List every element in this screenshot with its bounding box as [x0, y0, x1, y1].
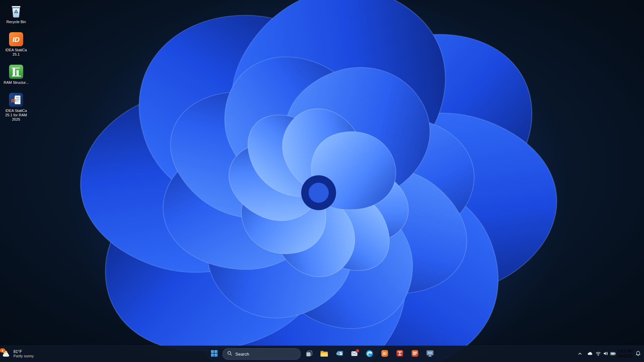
desktop-icon-label: IDEA StatiCa 25.1 — [3, 48, 29, 57]
taskbar-center: Search — [208, 347, 437, 361]
recycle-bin-icon — [8, 3, 24, 19]
onedrive-button[interactable] — [585, 348, 595, 360]
clock-button[interactable]: 3:43 PM 2/9/2026 — [617, 348, 633, 360]
search-placeholder: Search — [235, 352, 249, 357]
taskbar-search[interactable]: Search — [223, 348, 301, 360]
weather-badge: 4 — [0, 348, 5, 353]
battery-icon — [610, 351, 616, 358]
file-explorer-button[interactable] — [318, 347, 331, 361]
ram-elements-button[interactable] — [408, 347, 422, 361]
notification-bell-button[interactable] — [633, 348, 643, 360]
bell-icon — [635, 351, 641, 357]
weather-text: 81°F Partly sunny — [13, 350, 34, 358]
tray-date: 2/9/2026 — [617, 354, 633, 359]
desktop-icon-idea-statica[interactable]: ID IDEA StatiCa 25.1 — [3, 31, 30, 57]
desktop-icon-recycle-bin[interactable]: Recycle Bin — [6, 3, 26, 25]
outlook-icon — [335, 349, 343, 359]
start-button[interactable] — [208, 347, 221, 361]
idea-statica-ram-icon: ID — [8, 92, 24, 108]
svg-text:ID: ID — [13, 36, 20, 43]
tray-time: 3:43 PM — [618, 349, 633, 354]
windows-logo-icon — [210, 349, 218, 359]
ram-elements-icon — [411, 349, 419, 359]
desktop: Recycle Bin ID IDEA StatiCa 25.1 — [0, 0, 644, 362]
svg-text:ID: ID — [383, 352, 386, 356]
speaker-icon — [603, 351, 608, 357]
ram-structural-system-icon — [395, 349, 404, 359]
task-view-icon — [305, 350, 313, 359]
ram-structural-button[interactable] — [393, 347, 407, 361]
quick-settings-button[interactable] — [595, 348, 616, 360]
partly-sunny-icon: 4 — [1, 349, 11, 359]
task-view-button[interactable] — [303, 347, 316, 361]
taskbar: 4 81°F Partly sunny — [0, 346, 644, 362]
desktop-icon-label: RAM Structur... — [4, 80, 29, 85]
desktop-icon-label: IDEA StatiCa 25.1 for RAM 2025 — [3, 109, 29, 122]
monitor-app-icon — [426, 349, 434, 359]
edge-icon — [365, 349, 374, 359]
weather-temp: 81°F — [13, 350, 22, 354]
wallpaper-bloom — [0, 0, 644, 362]
svg-text:ID: ID — [11, 98, 16, 103]
weather-condition: Partly sunny — [13, 354, 34, 358]
idea-statica-icon: ID — [380, 349, 389, 359]
chevron-up-icon — [577, 351, 583, 357]
outlook-button[interactable] — [333, 347, 346, 361]
edge-button[interactable] — [363, 347, 376, 361]
desktop-icon-idea-statica-ram[interactable]: ID IDEA StatiCa 25.1 for RAM 2025 — [3, 92, 30, 122]
wifi-icon — [595, 351, 601, 357]
idea-statica-button[interactable]: ID — [378, 347, 391, 361]
system-tray: 3:43 PM 2/9/2026 — [575, 347, 643, 361]
mail-button[interactable] — [348, 347, 361, 361]
desktop-icon-ram-structural[interactable]: RAM Structur... — [3, 63, 30, 85]
ram-manager-button[interactable] — [423, 347, 437, 361]
tray-chevron-button[interactable] — [575, 348, 585, 360]
search-icon — [227, 351, 232, 357]
ram-structural-icon — [8, 64, 24, 79]
folder-icon — [320, 349, 329, 359]
desktop-icon-label: Recycle Bin — [6, 20, 26, 24]
weather-widget[interactable]: 4 81°F Partly sunny — [1, 347, 34, 361]
desktop-icon-grid: Recycle Bin ID IDEA StatiCa 25.1 — [1, 3, 32, 122]
notification-badge — [356, 349, 360, 353]
onedrive-cloud-icon — [587, 351, 593, 358]
idea-statica-icon: ID — [8, 32, 24, 47]
